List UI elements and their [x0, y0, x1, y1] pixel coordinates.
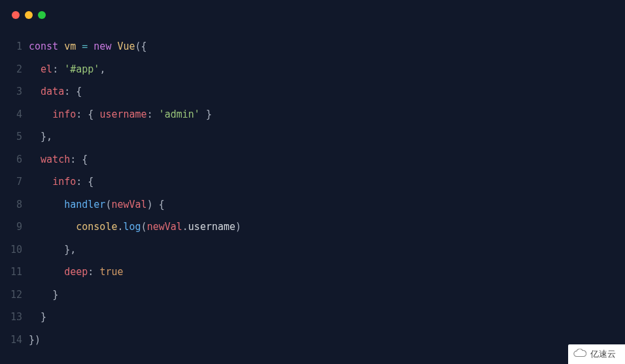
code-content[interactable]: },: [29, 239, 76, 261]
token-plain: [29, 131, 41, 142]
token-plain: [29, 311, 41, 323]
line-number: 6: [0, 148, 29, 171]
line-number: 9: [0, 216, 29, 239]
token-func: handler: [64, 199, 105, 210]
code-line[interactable]: 10 },: [0, 239, 625, 261]
token-plain: [29, 289, 52, 301]
token-punc: :: [64, 86, 70, 97]
token-param: newVal: [147, 221, 182, 233]
code-line[interactable]: 1const vm = new Vue({: [0, 35, 625, 58]
token-op: =: [82, 41, 88, 52]
token-prop: info: [52, 176, 76, 188]
token-plain: [29, 63, 41, 75]
token-plain: [82, 108, 88, 120]
token-punc: :: [88, 266, 93, 278]
line-number: 14: [0, 329, 29, 352]
token-prop: username: [99, 108, 146, 120]
minimize-icon[interactable]: [25, 11, 33, 19]
code-line[interactable]: 9 console.log(newVal.username): [0, 216, 625, 239]
token-plain: [82, 176, 88, 188]
token-func: log: [124, 221, 141, 233]
code-content[interactable]: },: [29, 125, 52, 148]
code-content[interactable]: el: '#app',: [29, 58, 105, 81]
token-punc: }): [29, 334, 41, 346]
token-punc: (: [141, 221, 147, 233]
code-line[interactable]: 6 watch: {: [0, 148, 625, 171]
token-prop: watch: [41, 154, 70, 165]
token-str: 'admin': [159, 108, 200, 120]
code-line[interactable]: 5 },: [0, 125, 625, 148]
code-line[interactable]: 13 }: [0, 306, 625, 329]
line-number: 13: [0, 306, 29, 329]
token-plain: [58, 41, 64, 52]
token-plain: [76, 41, 82, 52]
token-punc: :: [76, 176, 82, 188]
token-plain: [29, 154, 41, 165]
token-punc: {: [88, 176, 93, 188]
token-punc: }: [41, 311, 46, 323]
code-line[interactable]: 4 info: { username: 'admin' }: [0, 103, 625, 126]
code-editor[interactable]: 1const vm = new Vue({2 el: '#app',3 data…: [0, 30, 625, 356]
code-content[interactable]: const vm = new Vue({: [29, 35, 147, 58]
code-content[interactable]: watch: {: [29, 148, 88, 171]
token-plain: [29, 199, 64, 210]
token-punc: :: [52, 63, 58, 75]
token-punc: .: [117, 221, 123, 233]
token-prop: data: [41, 86, 64, 97]
code-content[interactable]: console.log(newVal.username): [29, 216, 241, 239]
code-content[interactable]: }: [29, 284, 58, 306]
token-punc: {: [76, 86, 82, 97]
token-var: vm: [64, 41, 76, 52]
token-prop: info: [52, 108, 76, 120]
token-plain: [29, 266, 64, 278]
token-obj: console: [76, 221, 117, 233]
code-content[interactable]: info: { username: 'admin' }: [29, 103, 212, 126]
line-number: 12: [0, 284, 29, 306]
token-punc: {: [88, 108, 93, 120]
token-plain: [58, 63, 64, 75]
code-line[interactable]: 8 handler(newVal) {: [0, 193, 625, 216]
token-plain: [29, 221, 76, 233]
code-content[interactable]: handler(newVal) {: [29, 193, 165, 216]
code-content[interactable]: data: {: [29, 80, 82, 103]
token-punc: }: [52, 289, 58, 301]
line-number: 8: [0, 193, 29, 216]
line-number: 11: [0, 261, 29, 284]
code-line[interactable]: 11 deep: true: [0, 261, 625, 284]
token-kw: new: [93, 41, 111, 52]
code-content[interactable]: deep: true: [29, 261, 124, 284]
token-punc: {: [141, 41, 147, 52]
code-line[interactable]: 3 data: {: [0, 80, 625, 103]
token-plain: [29, 108, 52, 120]
line-number: 3: [0, 80, 29, 103]
token-plain: [29, 176, 52, 188]
line-number: 7: [0, 171, 29, 193]
token-prop: deep: [64, 266, 88, 278]
code-content[interactable]: }: [29, 306, 46, 329]
maximize-icon[interactable]: [38, 11, 46, 19]
code-content[interactable]: info: {: [29, 171, 93, 193]
code-line[interactable]: 7 info: {: [0, 171, 625, 193]
code-line[interactable]: 14}): [0, 329, 625, 352]
token-param: newVal: [111, 199, 146, 210]
code-line[interactable]: 12 }: [0, 284, 625, 306]
token-punc: },: [41, 131, 52, 142]
code-line[interactable]: 2 el: '#app',: [0, 58, 625, 81]
token-punc: :: [147, 108, 153, 120]
token-punc: .: [182, 221, 188, 233]
token-plain: username: [188, 221, 235, 233]
window-titlebar: [0, 0, 625, 30]
token-punc: ): [235, 221, 241, 233]
token-plain: [153, 108, 159, 120]
token-plain: [70, 86, 76, 97]
token-punc: :: [70, 154, 76, 165]
token-plain: [29, 86, 41, 97]
close-icon[interactable]: [12, 11, 20, 19]
line-number: 4: [0, 103, 29, 126]
line-number: 1: [0, 35, 29, 58]
token-plain: [200, 108, 206, 120]
token-punc: }: [206, 108, 212, 120]
line-number: 2: [0, 58, 29, 81]
token-bool: true: [99, 266, 123, 278]
code-content[interactable]: }): [29, 329, 41, 352]
